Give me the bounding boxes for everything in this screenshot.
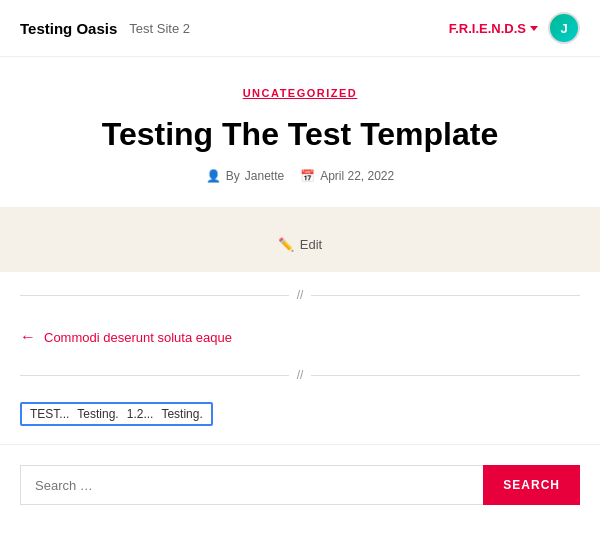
author-icon: 👤	[206, 169, 221, 183]
post-author-meta: 👤 By Janette	[206, 169, 284, 183]
divider-text-1: //	[297, 288, 304, 302]
divider-line-right	[311, 295, 580, 296]
header-nav: F.R.I.E.N.D.S J	[449, 12, 580, 44]
chevron-down-icon	[530, 26, 538, 31]
tag-item-3: 1.2...	[127, 407, 154, 421]
post-title: Testing The Test Template	[20, 115, 580, 153]
post-by-label: By	[226, 169, 240, 183]
tag-item-1: TEST...	[30, 407, 69, 421]
avatar[interactable]: J	[548, 12, 580, 44]
avatar-initials: J	[560, 21, 567, 36]
search-button[interactable]: SEARCH	[483, 465, 580, 505]
divider-line-left	[20, 295, 289, 296]
prev-arrow: ←	[20, 328, 36, 346]
calendar-icon: 📅	[300, 169, 315, 183]
edit-link[interactable]: ✏️ Edit	[20, 237, 580, 252]
divider-line-left-2	[20, 375, 289, 376]
tags-area: TEST... Testing. 1.2... Testing.	[20, 394, 580, 434]
post-date: April 22, 2022	[320, 169, 394, 183]
tag-item-2: Testing.	[77, 407, 118, 421]
category-label[interactable]: UNCATEGORIZED	[20, 87, 580, 99]
tag-breadcrumb[interactable]: TEST... Testing. 1.2... Testing.	[20, 402, 213, 426]
edit-label: Edit	[300, 237, 322, 252]
post-nav: ← Commodi deserunt soluta eaque	[0, 318, 600, 356]
main-content: UNCATEGORIZED Testing The Test Template …	[0, 57, 600, 434]
site-subtitle: Test Site 2	[129, 21, 190, 36]
search-input[interactable]	[20, 465, 483, 505]
search-section: SEARCH	[0, 444, 600, 521]
tag-item-4: Testing.	[161, 407, 202, 421]
divider-2: //	[0, 356, 600, 394]
site-branding: Testing Oasis Test Site 2	[20, 20, 190, 37]
post-date-meta: 📅 April 22, 2022	[300, 169, 394, 183]
friends-nav[interactable]: F.R.I.E.N.D.S	[449, 21, 538, 36]
post-author: Janette	[245, 169, 284, 183]
divider-line-right-2	[311, 375, 580, 376]
divider-1: //	[0, 272, 600, 318]
beige-section: ✏️ Edit	[0, 207, 600, 272]
prev-post-label: Commodi deserunt soluta eaque	[44, 330, 232, 345]
site-title: Testing Oasis	[20, 20, 117, 37]
friends-nav-label: F.R.I.E.N.D.S	[449, 21, 526, 36]
prev-post-link[interactable]: ← Commodi deserunt soluta eaque	[20, 328, 580, 346]
post-meta: 👤 By Janette 📅 April 22, 2022	[20, 169, 580, 183]
divider-text-2: //	[297, 368, 304, 382]
site-header: Testing Oasis Test Site 2 F.R.I.E.N.D.S …	[0, 0, 600, 57]
edit-icon: ✏️	[278, 237, 294, 252]
